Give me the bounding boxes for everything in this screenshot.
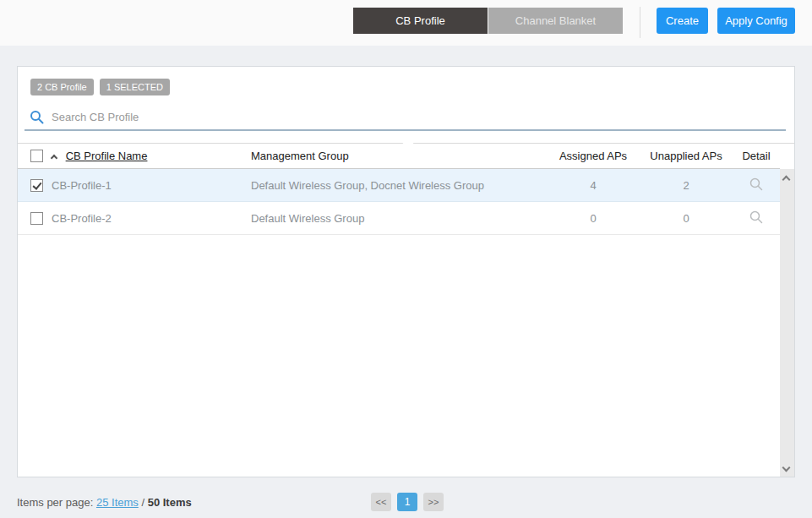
column-header-management-group: Management Group [251,150,547,162]
total-count-badge: 2 CB Profile [30,79,94,95]
total-items-label: 50 Items [148,496,192,509]
row-checkbox[interactable] [30,212,43,225]
topbar: CB Profile Channel Blanket Create Apply … [0,0,812,46]
cb-profile-panel: 2 CB Profile 1 SELECTED CB Profile Name … [17,66,795,477]
items-separator: / [139,496,148,509]
search-input[interactable] [52,111,781,123]
count-badges: 2 CB Profile 1 SELECTED [30,79,170,95]
column-header-cb-profile-name[interactable]: CB Profile Name [66,150,148,162]
tab-channel-blanket[interactable]: Channel Blanket [488,8,623,34]
tab-cb-profile[interactable]: CB Profile [353,8,488,34]
items-per-page-label: Items per page: [17,496,93,509]
cell-assigned-aps: 4 [547,179,640,192]
scroll-up-icon[interactable] [783,174,790,181]
table-row[interactable]: CB-Profile-1 Default Wireless Group, Doc… [18,169,780,202]
search-icon [30,110,44,124]
cell-management-group: Default Wireless Group, Docnet Wireless … [251,179,547,192]
column-header-assigned-aps: Assigned APs [547,150,640,162]
pagination-first-button[interactable]: << [371,493,391,511]
cell-profile-name: CB-Profile-1 [52,179,251,192]
sort-ascending-icon [51,155,57,161]
apply-config-button[interactable]: Apply Config [717,8,795,34]
table-scrollbar[interactable] [780,169,794,477]
select-all-checkbox[interactable] [30,150,43,162]
search-bar [30,106,781,128]
detail-search-icon[interactable] [749,210,763,224]
column-header-unapplied-aps: Unapplied APs [640,150,733,162]
cell-unapplied-aps: 2 [640,179,733,192]
cell-management-group: Default Wireless Group [251,212,547,225]
topbar-divider [640,7,640,38]
view-tabs: CB Profile Channel Blanket [353,8,623,34]
page-size-link[interactable]: 25 Items [96,496,139,509]
create-button[interactable]: Create [657,8,708,34]
cell-profile-name: CB-Profile-2 [52,212,251,225]
pagination-page-1-button[interactable]: 1 [397,493,417,511]
row-checkbox[interactable] [30,179,43,192]
selected-count-badge: 1 SELECTED [100,79,170,95]
items-per-page: Items per page: 25 Items / 50 Items [17,496,192,509]
table-header-row: CB Profile Name Management Group Assigne… [18,144,780,169]
detail-search-icon[interactable] [749,177,763,191]
pagination: << 1 >> [371,493,444,511]
pagination-last-button[interactable]: >> [423,493,444,511]
table-row[interactable]: CB-Profile-2 Default Wireless Group 0 0 [18,202,780,235]
scroll-down-icon[interactable] [783,465,790,472]
column-header-detail: Detail [733,150,780,162]
cb-profile-page: { "topbar": { "tabs": [ { "label": "CB P… [0,0,812,518]
cell-assigned-aps: 0 [547,212,640,225]
search-underline [25,129,786,131]
cell-unapplied-aps: 0 [640,212,733,225]
